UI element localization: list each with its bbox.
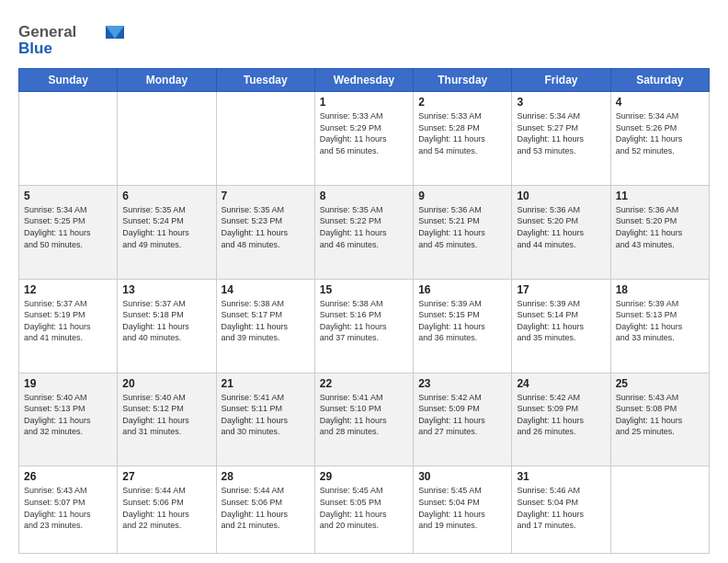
day-number: 8 — [320, 190, 408, 202]
day-number: 28 — [222, 470, 310, 483]
calendar-cell: 15Sunrise: 5:38 AM Sunset: 5:16 PM Dayli… — [314, 279, 413, 373]
calendar-cell: 28Sunrise: 5:44 AM Sunset: 5:06 PM Dayli… — [216, 466, 314, 554]
day-info: Sunrise: 5:38 AM Sunset: 5:16 PM Dayligh… — [320, 298, 408, 344]
day-info: Sunrise: 5:44 AM Sunset: 5:06 PM Dayligh… — [122, 485, 210, 531]
day-info: Sunrise: 5:44 AM Sunset: 5:06 PM Dayligh… — [222, 485, 310, 531]
week-row-2: 5Sunrise: 5:34 AM Sunset: 5:25 PM Daylig… — [19, 185, 710, 279]
calendar-cell: 16Sunrise: 5:39 AM Sunset: 5:15 PM Dayli… — [414, 279, 512, 373]
day-info: Sunrise: 5:36 AM Sunset: 5:21 PM Dayligh… — [418, 204, 506, 250]
day-info: Sunrise: 5:40 AM Sunset: 5:13 PM Dayligh… — [24, 392, 112, 438]
day-number: 12 — [24, 283, 112, 296]
calendar-cell: 14Sunrise: 5:38 AM Sunset: 5:17 PM Dayli… — [216, 279, 314, 373]
day-info: Sunrise: 5:41 AM Sunset: 5:10 PM Dayligh… — [320, 392, 408, 438]
day-number: 5 — [24, 190, 112, 202]
calendar-cell: 12Sunrise: 5:37 AM Sunset: 5:19 PM Dayli… — [19, 279, 118, 373]
calendar-cell: 17Sunrise: 5:39 AM Sunset: 5:14 PM Dayli… — [512, 279, 610, 373]
header: General Blue — [18, 15, 710, 59]
calendar-cell: 4Sunrise: 5:34 AM Sunset: 5:26 PM Daylig… — [610, 92, 709, 186]
day-number: 19 — [24, 377, 112, 390]
day-number: 4 — [616, 96, 704, 109]
calendar-cell: 21Sunrise: 5:41 AM Sunset: 5:11 PM Dayli… — [216, 373, 314, 466]
day-info: Sunrise: 5:43 AM Sunset: 5:08 PM Dayligh… — [616, 392, 704, 438]
calendar-cell: 5Sunrise: 5:34 AM Sunset: 5:25 PM Daylig… — [19, 185, 118, 279]
day-info: Sunrise: 5:37 AM Sunset: 5:19 PM Dayligh… — [24, 298, 112, 344]
day-info: Sunrise: 5:34 AM Sunset: 5:25 PM Dayligh… — [24, 204, 112, 250]
day-number: 29 — [320, 470, 408, 483]
calendar-cell: 9Sunrise: 5:36 AM Sunset: 5:21 PM Daylig… — [414, 185, 512, 279]
logo-svg: General Blue — [18, 18, 129, 59]
day-number: 22 — [320, 377, 408, 390]
day-info: Sunrise: 5:43 AM Sunset: 5:07 PM Dayligh… — [24, 485, 112, 531]
calendar-cell: 24Sunrise: 5:42 AM Sunset: 5:09 PM Dayli… — [512, 373, 610, 466]
calendar-cell — [610, 466, 709, 554]
calendar-cell — [216, 92, 314, 186]
day-number: 27 — [122, 470, 210, 483]
day-number: 1 — [320, 96, 408, 109]
day-number: 26 — [24, 470, 112, 483]
calendar-cell: 3Sunrise: 5:34 AM Sunset: 5:27 PM Daylig… — [512, 92, 610, 186]
calendar-cell: 22Sunrise: 5:41 AM Sunset: 5:10 PM Dayli… — [314, 373, 413, 466]
calendar-cell: 11Sunrise: 5:36 AM Sunset: 5:20 PM Dayli… — [610, 185, 709, 279]
weekday-header-thursday: Thursday — [414, 69, 512, 92]
logo-icon: General Blue — [18, 18, 129, 59]
day-info: Sunrise: 5:42 AM Sunset: 5:09 PM Dayligh… — [418, 392, 506, 438]
calendar-cell — [118, 92, 216, 186]
day-info: Sunrise: 5:46 AM Sunset: 5:04 PM Dayligh… — [517, 485, 605, 531]
day-info: Sunrise: 5:40 AM Sunset: 5:12 PM Dayligh… — [122, 392, 210, 438]
day-number: 31 — [517, 470, 605, 483]
calendar-cell: 29Sunrise: 5:45 AM Sunset: 5:05 PM Dayli… — [314, 466, 413, 554]
day-info: Sunrise: 5:42 AM Sunset: 5:09 PM Dayligh… — [517, 392, 605, 438]
day-info: Sunrise: 5:45 AM Sunset: 5:05 PM Dayligh… — [320, 485, 408, 531]
day-number: 20 — [122, 377, 210, 390]
weekday-header-saturday: Saturday — [610, 69, 709, 92]
calendar-cell: 1Sunrise: 5:33 AM Sunset: 5:29 PM Daylig… — [314, 92, 413, 186]
week-row-3: 12Sunrise: 5:37 AM Sunset: 5:19 PM Dayli… — [19, 279, 710, 373]
calendar-cell: 7Sunrise: 5:35 AM Sunset: 5:23 PM Daylig… — [216, 185, 314, 279]
day-number: 6 — [122, 190, 210, 202]
day-number: 10 — [517, 190, 605, 202]
weekday-header-tuesday: Tuesday — [216, 69, 314, 92]
day-number: 2 — [418, 96, 506, 109]
logo: General Blue — [18, 18, 129, 59]
calendar-page: General Blue SundayMondayTuesdayWednesda… — [0, 0, 728, 563]
weekday-header-friday: Friday — [512, 69, 610, 92]
day-info: Sunrise: 5:38 AM Sunset: 5:17 PM Dayligh… — [222, 298, 310, 344]
day-info: Sunrise: 5:39 AM Sunset: 5:14 PM Dayligh… — [517, 298, 605, 344]
calendar-cell: 19Sunrise: 5:40 AM Sunset: 5:13 PM Dayli… — [19, 373, 118, 466]
calendar-cell — [19, 92, 118, 186]
day-info: Sunrise: 5:33 AM Sunset: 5:28 PM Dayligh… — [418, 110, 506, 156]
day-number: 9 — [418, 190, 506, 202]
calendar-cell: 23Sunrise: 5:42 AM Sunset: 5:09 PM Dayli… — [414, 373, 512, 466]
week-row-5: 26Sunrise: 5:43 AM Sunset: 5:07 PM Dayli… — [19, 466, 710, 554]
weekday-header-sunday: Sunday — [19, 69, 118, 92]
day-info: Sunrise: 5:45 AM Sunset: 5:04 PM Dayligh… — [418, 485, 506, 531]
day-number: 3 — [517, 96, 605, 109]
day-number: 21 — [222, 377, 310, 390]
day-number: 7 — [222, 190, 310, 202]
day-info: Sunrise: 5:39 AM Sunset: 5:13 PM Dayligh… — [616, 298, 704, 344]
day-number: 17 — [517, 283, 605, 296]
calendar-table: SundayMondayTuesdayWednesdayThursdayFrid… — [18, 68, 710, 554]
day-info: Sunrise: 5:39 AM Sunset: 5:15 PM Dayligh… — [418, 298, 506, 344]
calendar-cell: 13Sunrise: 5:37 AM Sunset: 5:18 PM Dayli… — [118, 279, 216, 373]
calendar-cell: 2Sunrise: 5:33 AM Sunset: 5:28 PM Daylig… — [414, 92, 512, 186]
svg-text:General: General — [18, 23, 76, 40]
day-number: 18 — [616, 283, 704, 296]
weekday-header-row: SundayMondayTuesdayWednesdayThursdayFrid… — [19, 69, 710, 92]
calendar-cell: 30Sunrise: 5:45 AM Sunset: 5:04 PM Dayli… — [414, 466, 512, 554]
day-info: Sunrise: 5:34 AM Sunset: 5:26 PM Dayligh… — [616, 110, 704, 156]
day-info: Sunrise: 5:37 AM Sunset: 5:18 PM Dayligh… — [122, 298, 210, 344]
day-info: Sunrise: 5:41 AM Sunset: 5:11 PM Dayligh… — [222, 392, 310, 438]
day-number: 23 — [418, 377, 506, 390]
day-number: 25 — [616, 377, 704, 390]
day-number: 24 — [517, 377, 605, 390]
day-number: 11 — [616, 190, 704, 202]
weekday-header-monday: Monday — [118, 69, 216, 92]
calendar-cell: 25Sunrise: 5:43 AM Sunset: 5:08 PM Dayli… — [610, 373, 709, 466]
week-row-1: 1Sunrise: 5:33 AM Sunset: 5:29 PM Daylig… — [19, 92, 710, 186]
day-info: Sunrise: 5:35 AM Sunset: 5:23 PM Dayligh… — [222, 204, 310, 250]
day-number: 15 — [320, 283, 408, 296]
calendar-cell: 31Sunrise: 5:46 AM Sunset: 5:04 PM Dayli… — [512, 466, 610, 554]
day-number: 13 — [122, 283, 210, 296]
week-row-4: 19Sunrise: 5:40 AM Sunset: 5:13 PM Dayli… — [19, 373, 710, 466]
